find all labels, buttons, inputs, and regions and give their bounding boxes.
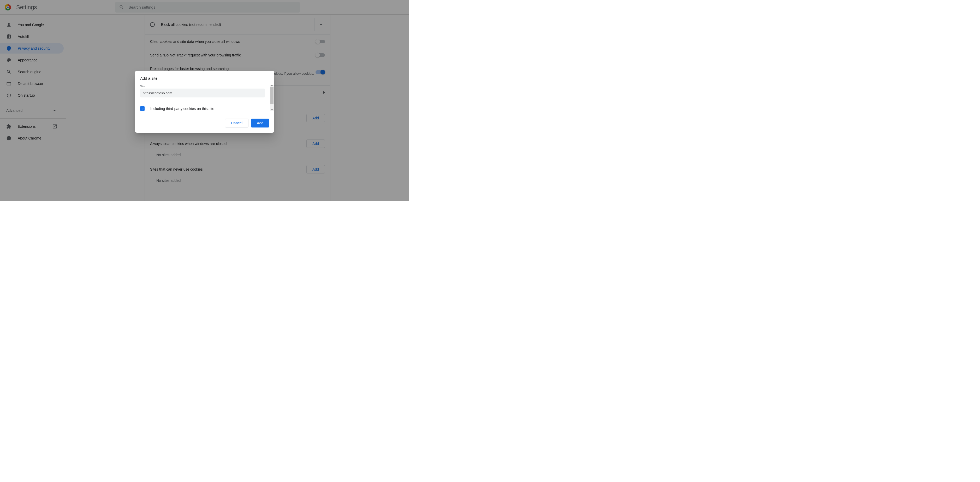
checkbox-checked-icon[interactable] bbox=[140, 106, 145, 111]
dialog-scroll-area: Site Including third-party cookies on th… bbox=[140, 85, 269, 111]
checkbox-label: Including third-party cookies on this si… bbox=[150, 107, 214, 111]
add-button[interactable]: Add bbox=[251, 119, 269, 128]
third-party-checkbox-row[interactable]: Including third-party cookies on this si… bbox=[140, 106, 265, 111]
dialog-scrollbar[interactable] bbox=[270, 85, 274, 111]
dialog-title: Add a site bbox=[140, 76, 269, 80]
site-url-input[interactable] bbox=[140, 89, 265, 97]
scrollbar-thumb[interactable] bbox=[270, 87, 274, 104]
cancel-button[interactable]: Cancel bbox=[225, 119, 248, 128]
dialog-actions: Cancel Add bbox=[140, 119, 269, 128]
scroll-down-icon[interactable] bbox=[270, 109, 274, 111]
modal-scrim[interactable]: Add a site Site Including third-party co… bbox=[0, 0, 409, 201]
site-field-label: Site bbox=[140, 85, 265, 88]
scroll-up-icon[interactable] bbox=[270, 84, 274, 87]
settings-app: Settings You and Google Autofill Privacy… bbox=[0, 0, 409, 201]
add-site-dialog: Add a site Site Including third-party co… bbox=[135, 71, 274, 133]
